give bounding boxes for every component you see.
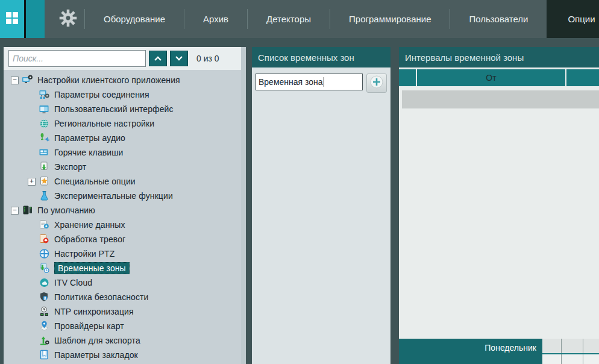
tab-users[interactable]: Пользователи	[450, 0, 547, 38]
tree-item-label: Хранение данных	[54, 219, 128, 231]
tree-item-label: Специальные опции	[54, 175, 139, 187]
add-zone-button[interactable]	[366, 74, 387, 93]
nav-tabs: ОборудованиеАрхивДетекторыПрограммирован…	[84, 0, 599, 38]
zone-name-value: Временная зона	[259, 77, 323, 87]
itv-cloud-icon	[39, 277, 50, 288]
intervals-table-header: От	[399, 69, 599, 86]
schedule-cell[interactable]	[583, 339, 599, 353]
settings-panel: 0 из 0 −Настройки клиентского приложения…	[4, 47, 241, 364]
time-zone-list-panel: Список временных зон Временная зона	[252, 47, 390, 364]
connection-params-icon	[39, 89, 50, 100]
tree-item-label: Обработка тревог	[54, 233, 128, 245]
bookmark-params-icon	[39, 350, 50, 360]
new-zone-row: Временная зона	[252, 67, 390, 93]
tree-item-label: Пользовательский интерфейс	[54, 103, 177, 115]
tree-item-label: Настройки PTZ	[54, 248, 118, 260]
tree-item-label: Параметры аудио	[54, 132, 128, 144]
tree-item-user-interface[interactable]: Пользовательский интерфейс	[4, 102, 241, 116]
tab-programming[interactable]: Программирование	[330, 0, 450, 38]
ntp-sync-icon	[39, 306, 50, 317]
top-navbar: ОборудованиеАрхивДетекторыПрограммирован…	[0, 0, 599, 38]
alarm-processing-icon	[39, 234, 50, 245]
data-storage-icon	[39, 219, 50, 230]
tree-item-label: Экспериментальные функции	[54, 190, 176, 202]
schedule-cell[interactable]	[542, 354, 562, 364]
tree-item-label: Горячие клавиши	[54, 146, 126, 158]
tree-item-export[interactable]: Экспорт	[4, 160, 241, 174]
expander-plus-icon[interactable]: +	[28, 178, 36, 186]
tree-item-label: Провайдеры карт	[54, 320, 127, 332]
audio-params-icon	[39, 133, 50, 143]
tree-item-label: Параметры закладок	[54, 349, 141, 361]
tree-item-time-zones[interactable]: Временные зоны	[4, 261, 241, 275]
schedule-row-monday: Понедельник	[399, 339, 599, 364]
tree-item-map-providers[interactable]: Провайдеры карт	[4, 319, 241, 333]
panel-splitter[interactable]	[241, 47, 246, 364]
expander-minus-icon[interactable]: −	[11, 207, 19, 215]
tab-detectors[interactable]: Детекторы	[248, 0, 330, 38]
tree-item-label: Параметры соединения	[54, 89, 152, 101]
special-options-icon	[39, 176, 50, 187]
tree-item-data-storage[interactable]: Хранение данных	[4, 218, 241, 232]
search-row: 0 из 0	[4, 47, 241, 70]
search-match-counter: 0 из 0	[196, 54, 219, 63]
tree-item-label: Политика безопасности	[54, 291, 151, 303]
search-input[interactable]	[8, 50, 146, 67]
tree-item-security-policy[interactable]: Политика безопасности	[4, 290, 241, 304]
map-providers-icon	[39, 321, 50, 331]
defaults-icon	[22, 205, 33, 216]
schedule-cell[interactable]	[562, 354, 583, 364]
app-menu-icon	[5, 11, 19, 28]
schedule-cell[interactable]	[542, 339, 562, 353]
tree-item-hotkeys[interactable]: Горячие клавиши	[4, 145, 241, 160]
zone-name-input[interactable]: Временная зона	[256, 74, 363, 90]
tree-item-label: Региональные настройки	[54, 118, 157, 130]
tab-archive[interactable]: Архив	[184, 0, 247, 38]
schedule-cell[interactable]	[583, 354, 599, 364]
tree-item-itv-cloud[interactable]: ITV Cloud	[4, 275, 241, 290]
tree-item-alarm-processing[interactable]: Обработка тревог	[4, 232, 241, 246]
tree-item-defaults[interactable]: −По умолчанию	[4, 203, 241, 218]
time-zones-icon	[39, 263, 50, 274]
next-match-button[interactable]	[170, 51, 188, 66]
logo-accent-square	[26, 0, 45, 38]
tree-item-special-options[interactable]: +Специальные опции	[4, 174, 241, 189]
tree-item-label: ITV Cloud	[54, 277, 95, 289]
experimental-icon	[39, 190, 50, 201]
tree-item-connection-params[interactable]: Параметры соединения	[4, 87, 241, 102]
hotkeys-icon	[39, 147, 50, 158]
schedule-cell[interactable]	[562, 339, 583, 353]
regional-settings-icon	[39, 118, 50, 129]
tree-item-label: Настройки клиентского приложения	[37, 74, 183, 86]
settings-tree: −Настройки клиентского приложенияПарамет…	[4, 70, 241, 362]
tree-item-ptz-settings[interactable]: Настройки PTZ	[4, 246, 241, 261]
user-interface-icon	[39, 104, 50, 115]
tree-item-regional-settings[interactable]: Региональные настройки	[4, 116, 241, 131]
export-template-icon	[39, 335, 50, 346]
next-match-icon	[175, 53, 183, 64]
column-select	[399, 69, 416, 86]
ptz-settings-icon	[39, 248, 50, 259]
tree-item-audio-params[interactable]: Параметры аудио	[4, 131, 241, 145]
tree-item-bookmark-params[interactable]: Параметры закладок	[4, 348, 241, 362]
tree-item-ntp-sync[interactable]: NTP синхронизация	[4, 304, 241, 319]
previous-match-button[interactable]	[149, 51, 167, 66]
tree-item-label: По умолчанию	[37, 204, 98, 216]
tab-options[interactable]: Опции	[547, 0, 599, 38]
tree-item-label: Экспорт	[54, 161, 89, 173]
tree-item-client-app-settings[interactable]: −Настройки клиентского приложения	[4, 73, 241, 87]
add-zone-icon	[369, 75, 384, 92]
tree-item-experimental[interactable]: Экспериментальные функции	[4, 189, 241, 203]
text-caret	[324, 77, 324, 87]
empty-interval-row[interactable]	[402, 90, 599, 108]
tree-item-label: Временные зоны	[54, 262, 130, 274]
tab-equipment[interactable]: Оборудование	[85, 0, 184, 38]
tree-item-label: Шаблон для экспорта	[54, 334, 143, 347]
app-menu-button[interactable]	[0, 0, 26, 38]
expander-minus-icon[interactable]: −	[11, 77, 19, 84]
security-policy-icon	[39, 292, 50, 303]
settings-gear-button[interactable]	[52, 0, 84, 38]
tree-item-export-template[interactable]: Шаблон для экспорта	[4, 333, 241, 348]
schedule-grid[interactable]	[542, 339, 599, 364]
time-zone-list-title: Список временных зон	[252, 47, 390, 67]
